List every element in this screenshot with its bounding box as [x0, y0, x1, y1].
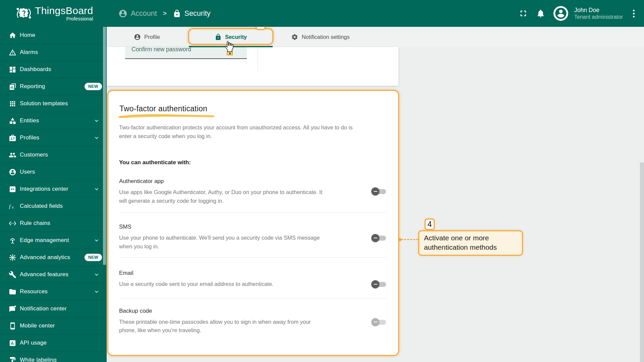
change-password-card: Confirm new password [107, 47, 398, 86]
message-icon [9, 305, 16, 313]
sidebar-item-api-usage[interactable]: API usage [0, 335, 107, 352]
sidebar-item-profiles[interactable]: Profiles [0, 129, 107, 146]
method-description: Use a security code sent to your email a… [119, 280, 354, 289]
notifications-bell-icon[interactable] [536, 9, 545, 18]
warning-icon [9, 49, 16, 56]
burst-icon [9, 254, 16, 261]
toggle-authenticator-app[interactable] [371, 187, 387, 196]
category-icon [9, 117, 16, 125]
lock-icon [215, 34, 222, 41]
account-icon [118, 9, 127, 18]
toggle-off-dash-icon [374, 238, 377, 239]
sidebar-item-customers[interactable]: Customers [0, 146, 107, 164]
thingsboard-logo-icon [15, 4, 33, 22]
sidebar-item-advanced-features[interactable]: Advanced features [0, 266, 107, 283]
svg-text:x: x [12, 205, 14, 209]
tabbar: ProfileSecurityNotification settings [107, 27, 644, 47]
user-info[interactable]: John Doe Tenant administrator [574, 6, 623, 20]
sidebar-item-label: Customers [20, 152, 48, 158]
paint-icon [9, 356, 16, 362]
sidebar-item-label: Integrations center [20, 186, 68, 192]
method-title: Authenticator app [119, 178, 387, 185]
id-badge-icon [9, 134, 16, 142]
tab-security[interactable]: Security [189, 27, 273, 47]
sidebar-item-notification-center[interactable]: Notification center [0, 300, 107, 317]
two-factor-description: Two-factor authentication protects your … [119, 123, 387, 140]
breadcrumb-account[interactable]: Account [131, 9, 157, 18]
chevron-down-icon [93, 271, 100, 278]
antenna-icon [9, 237, 16, 244]
app-title: ThingsBoard [35, 5, 93, 17]
fullscreen-icon[interactable] [519, 9, 528, 18]
svg-text:f: f [9, 203, 11, 209]
thingsboard-logo[interactable]: ThingsBoard Professional [15, 4, 93, 22]
sidebar-item-advanced-analytics[interactable]: Advanced analyticsNEW [0, 249, 107, 266]
tab-label: Profile [144, 34, 160, 40]
auth-method-email: EmailUse a security code sent to your em… [119, 258, 387, 298]
chevron-down-icon [93, 288, 100, 295]
chart-box-icon [9, 339, 16, 347]
sidebar-item-label: Notification center [20, 305, 67, 312]
toggle-backup-code[interactable] [371, 318, 387, 326]
callout-connector-line [401, 239, 418, 240]
account-icon [9, 168, 16, 176]
method-description: These printable one-time passcodes allow… [119, 318, 354, 335]
sidebar-item-integrations-center[interactable]: Integrations center [0, 181, 107, 198]
sidebar-item-label: Dashboards [20, 66, 51, 73]
auth-method-sms: SMSUse your phone to authenticate. We'll… [119, 213, 387, 258]
sidebar-item-mobile-center[interactable]: Mobile center [0, 317, 107, 335]
auth-method-backup-code: Backup codeThese printable one-time pass… [119, 298, 387, 342]
sidebar-item-label: Rule chains [20, 220, 50, 227]
auth-methods-list: Authenticator appUse apps like Google Au… [119, 171, 387, 342]
sidebar-item-entities[interactable]: Entities [0, 112, 107, 129]
dashboard-icon [9, 66, 16, 73]
user-role: Tenant administrator [574, 14, 623, 20]
sidebar-item-reporting[interactable]: ReportingNEW [0, 78, 107, 95]
method-title: SMS [119, 224, 387, 230]
sidebar-item-alarms[interactable]: Alarms [0, 44, 107, 61]
avatar-person-icon [554, 7, 568, 20]
sidebar-item-calculated-fields[interactable]: fxCalculated fields [0, 198, 107, 215]
sidebar-item-dashboards[interactable]: Dashboards [0, 61, 107, 78]
sidebar-item-white-labeling[interactable]: White labeling [0, 352, 107, 362]
toggle-email[interactable] [371, 280, 387, 289]
method-description: Use your phone to authenticate. We'll se… [119, 234, 354, 251]
toggle-sms[interactable] [371, 234, 387, 242]
tab-notification-settings[interactable]: Notification settings [273, 27, 368, 47]
sidebar-item-rule-chains[interactable]: Rule chains [0, 215, 107, 232]
sidebar: HomeAlarmsDashboardsReportingNEWSolution… [0, 27, 107, 362]
chevron-down-icon [93, 117, 100, 124]
tab-profile[interactable]: Profile [110, 27, 184, 47]
sidebar-item-users[interactable]: Users [0, 164, 107, 181]
sidebar-item-edge-management[interactable]: Edge management [0, 232, 107, 249]
app-subtitle: Professional [35, 16, 93, 21]
new-badge: NEW [85, 83, 102, 90]
toggle-off-dash-icon [374, 321, 377, 322]
method-title: Email [119, 270, 387, 277]
auth-method-authenticator-app: Authenticator appUse apps like Google Au… [119, 171, 387, 213]
user-avatar[interactable] [553, 6, 568, 21]
sidebar-item-resources[interactable]: Resources [0, 283, 107, 300]
sidebar-item-label: Advanced features [20, 271, 68, 278]
method-description: Use apps like Google Authenticator, Auth… [119, 188, 354, 205]
integration-box-icon [9, 185, 16, 193]
page-scrollbar[interactable] [640, 163, 644, 362]
sidebar-item-home[interactable]: Home [0, 27, 107, 44]
sidebar-item-label: Solution templates [20, 100, 68, 107]
sidebar-item-label: Entities [20, 117, 39, 124]
fx-icon: fx [9, 202, 16, 210]
authenticate-with-heading: You can authenticate with: [119, 159, 387, 166]
kebab-menu-icon[interactable] [631, 8, 637, 19]
sidebar-item-label: Profiles [20, 134, 39, 141]
sidebar-menu: HomeAlarmsDashboardsReportingNEWSolution… [0, 27, 107, 362]
user-name: John Doe [574, 6, 623, 14]
sidebar-item-label: White labeling [20, 357, 57, 362]
callout-connector-dot [398, 238, 401, 241]
two-factor-title: Two-factor authentication [119, 104, 207, 113]
sidebar-scrollbar[interactable] [103, 27, 106, 265]
thingsboard-app: ThingsBoard Professional Account > Secur… [0, 0, 644, 362]
sidebar-item-solution-templates[interactable]: Solution templates [0, 95, 107, 112]
chevron-down-icon [93, 237, 100, 244]
method-title: Backup code [119, 308, 387, 314]
toggle-thumb [371, 187, 379, 195]
